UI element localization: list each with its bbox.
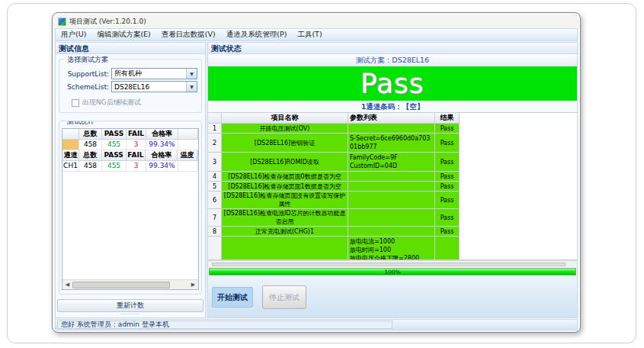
scheme-select-group-title: 选择测试方案 (65, 55, 111, 65)
schemelist-dropdown[interactable]: DS28EL16 ▼ (111, 81, 197, 92)
test-statistics-group-title: 测试统计 (65, 121, 97, 127)
item-name: 开路电压测试(OV) (222, 124, 348, 134)
test-status-header: 测试状态 (208, 43, 577, 54)
window-title: 项目测试 (Ver:1.20.1.0) (69, 17, 146, 27)
continue-after-ng-checkbox[interactable] (72, 99, 79, 107)
schemelist-dropdown-button[interactable]: ▼ (186, 82, 197, 92)
channel-total-value: 458 (79, 161, 102, 172)
test-info-panel: 测试信息 选择测试方案 SupportList: 所有机种 ▼ SchemeLi… (55, 42, 206, 318)
summary-fail-value: 3 (127, 140, 146, 150)
current-scheme-line: 测试方案：DS28EL16 (208, 54, 577, 66)
channel-data-row[interactable]: CH1 458 455 3 99.34% (62, 161, 198, 172)
channel-header-total: 总数 (79, 150, 102, 161)
test-item-row[interactable]: 3 [DS28EL16]ROMID读取 FamilyCode=9F Custom… (208, 153, 460, 172)
statistics-empty-area (62, 172, 198, 279)
scrollbar-thumb[interactable] (72, 282, 170, 288)
channel-header-last: 上次 (197, 150, 198, 161)
channel-fail-value: 3 (127, 161, 146, 172)
schemelist-row: SchemeList: DS28EL16 ▼ (63, 81, 197, 92)
item-name: 正常充电测试(CHG)1 (222, 227, 348, 237)
test-item-row[interactable]: 6 [DS28EL16]检查存储页面没有设置读写保护属性 Pass (208, 192, 460, 209)
test-item-row[interactable]: 5 [DS28EL16]检查存储页面1数据是否为空 Pass (208, 182, 460, 192)
test-item-row[interactable]: 8 正常充电测试(CHG)1 Pass (208, 227, 460, 237)
progress-area: 100% (208, 267, 577, 276)
app-icon (58, 18, 66, 26)
scheme-select-group: 选择测试方案 SupportList: 所有机种 ▼ SchemeList: D… (59, 59, 202, 113)
summary-header-spacer (178, 129, 198, 140)
supportlist-dropdown[interactable]: 所有机种 ▼ (111, 68, 197, 79)
test-item-row[interactable]: 1 开路电压测试(OV) Pass (208, 124, 460, 134)
channel-header-row: 通道 总数 PASS FAIL 合格率 温度 上次 (62, 150, 198, 161)
splitter-grip[interactable]: ········ (56, 313, 205, 317)
item-result: Pass (435, 182, 460, 192)
start-test-button[interactable]: 开始测试 (212, 287, 253, 308)
test-items-region: 项目名称 参数列表 结果 1 开路电压测试(OV) Pass 2 [DS28EL… (208, 112, 577, 260)
item-name: [DS28EL16]检查存储页面没有设置读写保护属性 (222, 192, 348, 209)
item-name: [DS28EL16]密钥验证 (222, 134, 348, 153)
scroll-right-icon[interactable]: ▶ (188, 281, 198, 289)
item-params (348, 227, 435, 237)
item-params: 放电电流=1000 放电时间=100 放电电压合格下限=2800 放电电压合格上… (348, 237, 435, 260)
test-progress-bar: 100% (209, 268, 576, 276)
item-name: [DS28EL16]检查存储页面1数据是否为空 (222, 182, 348, 192)
statistics-horizontal-scrollbar[interactable]: ◀ ▶ (62, 279, 198, 289)
channel-header-pass: PASS (102, 150, 127, 161)
supportlist-dropdown-button[interactable]: ▼ (186, 69, 197, 79)
summary-header-total: 总数 (79, 129, 102, 140)
menu-user[interactable]: 用户(U) (56, 29, 91, 40)
title-bar[interactable]: 项目测试 (Ver:1.20.1.0) (55, 14, 578, 28)
test-status-panel: 测试状态 测试方案：DS28EL16 Pass 1通道条码：【空】 项目名称 参… (207, 42, 578, 318)
test-item-row[interactable]: 2 [DS28EL16]密钥验证 S-Secret=6ce6960d0a7030… (208, 134, 460, 153)
items-header-result: 结果 (435, 113, 460, 124)
item-result: Pass (435, 153, 460, 172)
item-name: 正常放电测试(DSG)1 (222, 237, 348, 260)
item-params: S-Secret=6ce6960d0a70301bb977 (348, 134, 435, 153)
menu-view-log[interactable]: 查看日志数据(V) (156, 29, 221, 40)
continue-after-ng-row: 出现NG后继续测试 (72, 98, 196, 108)
menu-channel-system[interactable]: 通道及系统管理(P) (221, 29, 293, 40)
schemelist-value: DS28EL16 (114, 83, 149, 91)
item-result: Pass (435, 209, 460, 227)
status-bar: 您好 系统管理员：admin 登录本机 (55, 319, 578, 330)
menu-tools[interactable]: 工具(T) (292, 29, 327, 40)
item-params (348, 172, 435, 182)
test-item-row[interactable]: 7 [DS28EL16]检查电池ID芯片的计数器功能是否启用 Pass (208, 209, 460, 227)
item-row-number: 4 (208, 172, 222, 182)
test-statistics-group: 测试统计 总数 PASS FAIL 合格率 458 455 3 (59, 121, 202, 295)
items-header-name: 项目名称 (222, 113, 348, 124)
summary-row-selector[interactable] (62, 140, 79, 150)
channel-header-channel: 通道 (62, 150, 79, 161)
item-result: Pass (435, 237, 460, 260)
scrollbar-thumb[interactable] (212, 263, 566, 266)
schemelist-label: SchemeList: (63, 83, 109, 91)
summary-data-row[interactable]: 458 455 3 99.34% (62, 140, 198, 150)
item-params (348, 124, 435, 134)
login-status-text: 您好 系统管理员：admin 登录本机 (57, 321, 392, 329)
supportlist-row: SupportList: 所有机种 ▼ (63, 68, 197, 79)
item-name: [DS28EL16]检查电池ID芯片的计数器功能是否启用 (222, 209, 348, 227)
item-params (348, 182, 435, 192)
progress-percent-label: 100% (384, 269, 400, 276)
scroll-left-icon[interactable]: ◀ (62, 281, 72, 289)
items-header-params: 参数列表 (348, 113, 435, 124)
supportlist-value: 所有机种 (114, 69, 142, 79)
statistics-listview[interactable]: 总数 PASS FAIL 合格率 458 455 3 99.34% (62, 128, 199, 290)
item-result: Pass (435, 192, 460, 209)
items-header-number (208, 113, 222, 124)
main-area: 测试信息 选择测试方案 SupportList: 所有机种 ▼ SchemeLi… (55, 42, 578, 318)
test-items-table: 项目名称 参数列表 结果 1 开路电压测试(OV) Pass 2 [DS28EL… (208, 113, 460, 260)
reset-count-button[interactable]: 重新计数 (57, 299, 203, 312)
menu-edit-scheme[interactable]: 编辑测试方案(E) (91, 29, 155, 40)
item-params: FamilyCode=9F CustomID=04D (348, 153, 435, 172)
overall-status-text: Pass (360, 68, 425, 99)
stop-test-button[interactable]: 停止测试 (262, 285, 306, 309)
test-item-row[interactable]: 9 正常放电测试(DSG)1 放电电流=1000 放电时间=100 放电电压合格… (208, 237, 460, 260)
test-item-row[interactable]: 4 [DS28EL16]检查存储页面0数据是否为空 Pass (208, 172, 460, 182)
item-row-number: 7 (208, 209, 222, 227)
summary-header-rate: 合格率 (146, 129, 178, 140)
items-horizontal-scrollbar[interactable] (208, 260, 577, 267)
item-row-number: 3 (208, 153, 222, 172)
summary-header-fail: FAIL (127, 129, 146, 140)
channel-name-value: CH1 (62, 161, 79, 172)
channel-pass-value: 455 (102, 161, 127, 172)
